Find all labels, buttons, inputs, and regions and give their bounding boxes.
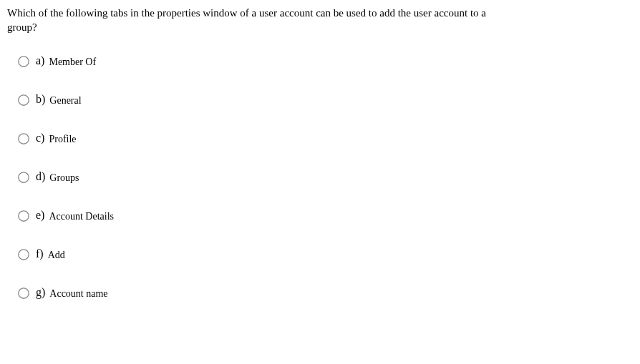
options-list: a) Member Of b) General c) Profile d) Gr… [7,55,633,300]
radio-icon[interactable] [17,55,30,68]
option-e[interactable]: e) Account Details [17,210,633,222]
option-text: Add [48,250,65,261]
option-g[interactable]: g) Account name [17,287,633,300]
radio-icon[interactable] [17,94,30,107]
option-text: Groups [49,172,79,184]
svg-point-4 [19,210,29,220]
option-text: Account name [49,288,107,300]
option-letter: c) [36,132,44,144]
svg-point-3 [19,172,29,182]
option-text: Member Of [49,56,96,68]
radio-icon[interactable] [17,248,30,261]
svg-point-1 [19,94,29,104]
svg-point-5 [19,249,29,259]
option-letter: g) [36,286,45,299]
radio-icon[interactable] [17,210,30,222]
radio-icon[interactable] [17,171,30,184]
option-text: Profile [49,134,76,145]
option-d[interactable]: d) Groups [17,171,633,184]
option-b[interactable]: b) General [17,94,633,107]
option-letter: d) [36,170,45,183]
option-letter: b) [36,93,45,106]
svg-point-2 [19,133,29,143]
question-text: Which of the following tabs in the prope… [7,6,508,35]
option-text: Account Details [49,211,114,222]
option-f[interactable]: f) Add [17,248,633,261]
option-letter: e) [36,209,44,222]
svg-point-0 [19,56,29,66]
option-c[interactable]: c) Profile [17,132,633,145]
radio-icon[interactable] [17,132,30,145]
option-a[interactable]: a) Member Of [17,55,633,68]
option-letter: a) [36,54,44,67]
radio-icon[interactable] [17,287,30,300]
option-text: General [49,95,81,107]
option-letter: f) [36,247,44,260]
quiz-container: Which of the following tabs in the prope… [0,0,640,307]
svg-point-6 [19,287,29,297]
